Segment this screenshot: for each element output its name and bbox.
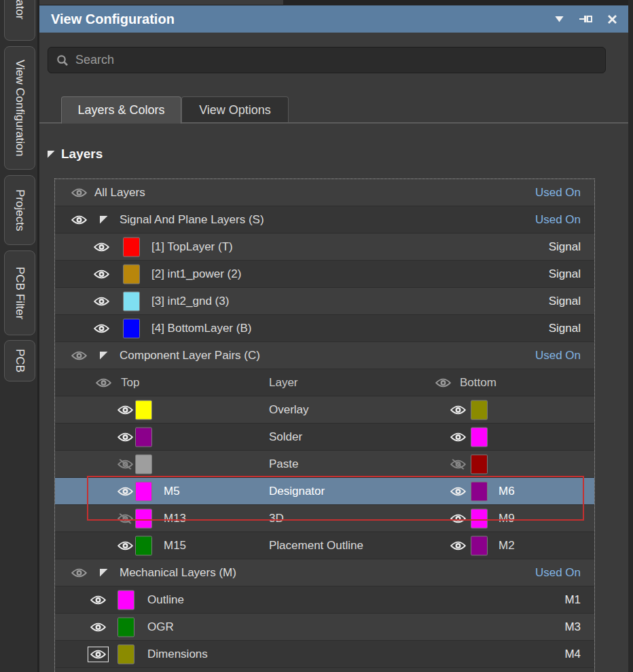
sidebar-tab-view-configuration[interactable]: View Configuration <box>4 46 35 170</box>
close-panel-icon[interactable] <box>607 14 617 24</box>
collapse-triangle-icon[interactable] <box>48 151 55 158</box>
row-label: Signal And Plane Layers (S) <box>120 213 264 227</box>
row-pair-column-header: Top Layer Bottom <box>55 369 594 396</box>
layer-color-swatch[interactable] <box>117 644 134 664</box>
top-color-swatch[interactable] <box>135 508 152 528</box>
search-input[interactable] <box>75 53 597 67</box>
layer-color-swatch[interactable] <box>123 237 140 257</box>
top-column-eye-icon[interactable] <box>96 377 111 388</box>
row-mechanical-group[interactable]: Mechanical Layers (M) Used On <box>55 559 594 586</box>
top-visibility-eye-icon[interactable] <box>117 459 133 469</box>
top-column-label: Top <box>121 376 139 390</box>
layers-section-title: Layers <box>61 147 103 162</box>
mech-number-label: M3 <box>564 620 581 634</box>
row-ogr[interactable]: OGR M3 <box>55 614 594 641</box>
visibility-eye-icon[interactable] <box>94 323 109 333</box>
visibility-eye-icon[interactable] <box>94 269 109 279</box>
row-dimensions[interactable]: Dimensions M4 <box>55 641 594 668</box>
visibility-eye-icon[interactable] <box>90 622 106 632</box>
bottom-color-swatch[interactable] <box>471 536 488 555</box>
row-bottomlayer[interactable]: [4] BottomLayer (B) Signal <box>55 315 594 342</box>
row-component-pairs-group[interactable]: Component Layer Pairs (C) Used On <box>55 342 594 369</box>
row-solder-pair[interactable]: Solder <box>55 424 594 451</box>
row-label: Mechanical Layers (M) <box>120 566 236 580</box>
bottom-column-eye-icon[interactable] <box>435 377 451 388</box>
visibility-eye-icon[interactable] <box>90 649 106 659</box>
top-visibility-eye-icon[interactable] <box>117 513 133 523</box>
top-visibility-eye-icon[interactable] <box>117 540 133 550</box>
row-paste-pair[interactable]: Paste <box>55 451 594 478</box>
layer-color-swatch[interactable] <box>117 617 134 637</box>
row-outline[interactable]: Outline M1 <box>55 586 594 614</box>
bottom-visibility-eye-icon[interactable] <box>450 432 466 442</box>
expand-triangle-icon[interactable] <box>100 569 108 577</box>
used-on-label[interactable]: Used On <box>535 349 581 362</box>
pair-layer-label: Paste <box>269 458 298 471</box>
layer-color-swatch[interactable] <box>123 291 140 311</box>
bottom-visibility-eye-icon[interactable] <box>450 540 466 550</box>
bottom-visibility-eye-icon[interactable] <box>450 459 466 469</box>
top-color-swatch[interactable] <box>135 400 152 419</box>
visibility-eye-icon[interactable] <box>90 595 106 605</box>
layer-kind-label: Signal <box>549 240 581 254</box>
pin-panel-icon[interactable] <box>579 14 592 24</box>
sidebar-tab-pcb[interactable]: PCB <box>4 340 35 381</box>
top-color-swatch[interactable] <box>135 536 152 555</box>
search-box[interactable] <box>48 47 606 73</box>
row-placement-outline-pair[interactable]: M15 Placement Outline M2 <box>55 532 594 559</box>
bottom-layer-name: M9 <box>499 512 515 525</box>
tab-view-options[interactable]: View Options <box>181 96 289 124</box>
row-label: [1] TopLayer (T) <box>151 240 233 254</box>
row-overlay-pair[interactable]: Overlay <box>55 396 594 424</box>
row-int1-power[interactable]: [2] int1_power (2) Signal <box>55 261 594 288</box>
pair-layer-label: Overlay <box>269 403 309 417</box>
row-label: Component Layer Pairs (C) <box>120 349 260 362</box>
panel-title-bar: View Configuration <box>39 5 628 33</box>
used-on-label[interactable]: Used On <box>535 186 581 200</box>
top-color-swatch[interactable] <box>135 427 152 447</box>
top-visibility-eye-icon[interactable] <box>117 486 133 496</box>
visibility-eye-icon[interactable] <box>94 296 109 306</box>
top-color-swatch[interactable] <box>135 454 152 474</box>
layers-section-header[interactable]: Layers <box>48 147 103 162</box>
panel-menu-dropdown-icon[interactable] <box>555 16 564 22</box>
bottom-color-swatch[interactable] <box>471 481 488 501</box>
row-3d-pair[interactable]: M13 3D M9 <box>55 505 594 532</box>
row-int2-gnd[interactable]: [3] int2_gnd (3) Signal <box>55 288 594 315</box>
bottom-color-swatch[interactable] <box>471 427 488 447</box>
layer-color-swatch[interactable] <box>123 318 140 338</box>
used-on-label[interactable]: Used On <box>535 566 581 580</box>
row-signal-plane-group[interactable]: Signal And Plane Layers (S) Used On <box>55 206 594 234</box>
row-designator-pair[interactable]: M5 Designator M6 <box>55 478 594 505</box>
tab-layers-and-colors[interactable]: Layers & Colors <box>61 96 181 124</box>
pair-layer-label: Solder <box>269 430 302 444</box>
pair-layer-label: Designator <box>269 485 325 498</box>
visibility-eye-icon[interactable] <box>71 187 87 198</box>
row-label: [4] BottomLayer (B) <box>151 322 251 335</box>
bottom-color-swatch[interactable] <box>471 400 488 419</box>
top-visibility-eye-icon[interactable] <box>117 405 133 415</box>
bottom-visibility-eye-icon[interactable] <box>450 513 466 523</box>
bottom-color-swatch[interactable] <box>471 454 488 474</box>
bottom-visibility-eye-icon[interactable] <box>450 486 466 496</box>
layer-color-swatch[interactable] <box>123 264 140 284</box>
row-all-layers[interactable]: All Layers Used On <box>55 179 594 206</box>
bottom-column-label: Bottom <box>460 376 496 390</box>
expand-triangle-icon[interactable] <box>100 352 108 360</box>
bottom-color-swatch[interactable] <box>471 508 488 528</box>
visibility-eye-icon[interactable] <box>71 214 87 225</box>
sidebar-tab-pcb-filter[interactable]: PCB Filter <box>4 250 35 335</box>
visibility-eye-icon[interactable] <box>71 567 87 578</box>
expand-triangle-icon[interactable] <box>100 216 108 224</box>
visibility-eye-icon[interactable] <box>94 242 109 252</box>
layer-color-swatch[interactable] <box>117 590 134 610</box>
row-toplayer[interactable]: [1] TopLayer (T) Signal <box>55 234 594 261</box>
top-color-swatch[interactable] <box>135 481 152 501</box>
used-on-label[interactable]: Used On <box>535 213 581 227</box>
sidebar-tab-projects[interactable]: Projects <box>4 175 35 245</box>
sidebar-tab-navigator[interactable]: igator <box>4 0 35 41</box>
top-layer-name: M13 <box>164 512 186 525</box>
bottom-visibility-eye-icon[interactable] <box>450 405 466 415</box>
visibility-eye-icon[interactable] <box>71 350 87 360</box>
top-visibility-eye-icon[interactable] <box>117 432 133 442</box>
